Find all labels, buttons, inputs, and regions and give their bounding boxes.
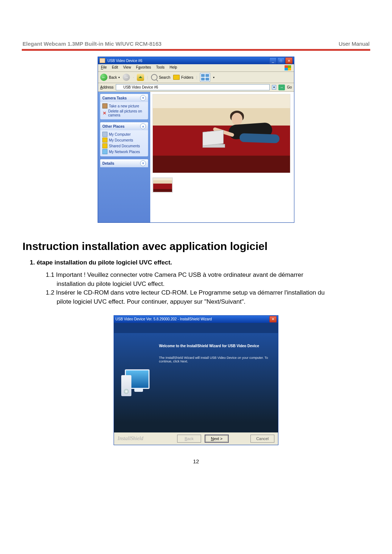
expand-icon[interactable]: ▾ <box>140 160 146 166</box>
address-field[interactable]: USB Video Device #6 <box>116 84 270 90</box>
folder-icon <box>102 138 107 143</box>
computer-icon <box>102 132 107 137</box>
shared-documents-link[interactable]: Shared Documents <box>102 143 146 148</box>
search-icon <box>151 74 158 81</box>
other-places-header: Other Places <box>102 124 124 128</box>
explorer-addressbar: Address USB Video Device #6 ▾ → Go <box>98 83 294 92</box>
page-number: 12 <box>22 458 370 464</box>
folder-icon <box>173 75 180 80</box>
collapse-icon[interactable]: ▾ <box>140 95 146 101</box>
explorer-menubar: File Edit View Favorites Tools Help <box>98 64 294 72</box>
network-icon <box>102 149 107 154</box>
camera-icon <box>99 58 105 63</box>
delete-pictures-link[interactable]: ✕Delete all pictures on camera <box>102 109 146 117</box>
step-1-1-cont: installation du pilote logiciel UVC effe… <box>57 280 369 289</box>
webcam-photo-preview[interactable] <box>152 94 290 173</box>
menu-view[interactable]: View <box>123 65 131 70</box>
explorer-window: USB Video Device #6 _ □ ✕ File Edit View… <box>98 57 294 223</box>
installer-footer: InstallShield Back Next > Cancel <box>114 432 278 445</box>
step-1-heading: 1. étape installation du pilote logiciel… <box>30 259 369 266</box>
installer-body: Welcome to the InstallShield Wizard for … <box>114 333 278 432</box>
go-label: Go <box>287 85 292 89</box>
maximize-button[interactable]: □ <box>277 57 285 64</box>
installer-message: The InstallShield Wizard will install US… <box>159 356 273 363</box>
my-computer-link[interactable]: My Computer <box>102 132 146 137</box>
header-rule <box>22 49 370 51</box>
close-button[interactable]: ✕ <box>285 57 293 64</box>
collapse-icon[interactable]: ▴ <box>140 123 146 129</box>
next-button[interactable]: Next > <box>205 435 229 443</box>
camera-icon <box>102 103 107 108</box>
address-label: Address <box>100 85 114 89</box>
menu-tools[interactable]: Tools <box>156 65 164 70</box>
product-model: RCM-8163 <box>135 41 162 47</box>
step-1-2-cont: pilote logiciel UVC effect. Pour continu… <box>57 297 369 307</box>
menu-favorites[interactable]: Favorites <box>136 65 151 70</box>
menu-file[interactable]: File <box>101 65 107 70</box>
installer-banner <box>114 323 278 333</box>
details-header: Details <box>102 161 114 165</box>
address-dropdown-icon[interactable]: ▾ <box>272 85 276 90</box>
dropdown-caret-icon[interactable]: ▾ <box>213 76 215 79</box>
folder-icon <box>102 143 107 148</box>
installer-welcome: Welcome to the InstallShield Wizard for … <box>159 344 273 348</box>
explorer-content <box>150 92 294 222</box>
page-header: Elegant Webcam 1.3MP Built-in Mic W/UVC … <box>23 41 369 47</box>
explorer-title: USB Video Device #6 <box>107 59 142 63</box>
my-documents-link[interactable]: My Documents <box>102 138 146 143</box>
computer-illustration-icon <box>121 369 150 396</box>
my-network-places-link[interactable]: My Network Places <box>102 149 146 154</box>
close-button[interactable]: ✕ <box>269 316 277 323</box>
installer-window: USB Video Device Ver. 5.8.29000.202 - In… <box>114 315 278 445</box>
menu-help[interactable]: Help <box>170 65 177 70</box>
forward-button[interactable]: → <box>123 74 130 81</box>
dropdown-caret-icon[interactable]: ▾ <box>118 76 120 79</box>
search-button[interactable]: Search <box>151 74 171 81</box>
other-places-box: Other Places▴ My Computer My Documents S… <box>100 122 148 156</box>
camera-tasks-box: Camera Tasks▾ Take a new picture ✕Delete… <box>100 94 148 119</box>
details-box: Details▾ <box>100 159 148 167</box>
menu-edit[interactable]: Edit <box>112 65 118 70</box>
camera-tasks-header: Camera Tasks <box>102 96 127 100</box>
folders-button[interactable]: Folders <box>173 75 193 80</box>
installshield-brand: InstallShield <box>118 436 143 442</box>
step-1-2: 1.2 Insérer le CD-ROM dans votre lecteur… <box>46 288 369 297</box>
up-folder-button[interactable] <box>137 74 144 81</box>
camera-icon <box>118 86 122 89</box>
step-1-1: 1.1 Important ! Veuillez connecter votre… <box>46 271 369 280</box>
back-arrow-icon: ← <box>100 74 107 81</box>
installer-titlebar: USB Video Device Ver. 5.8.29000.202 - In… <box>114 316 278 323</box>
explorer-task-pane: Camera Tasks▾ Take a new picture ✕Delete… <box>98 92 150 222</box>
take-picture-link[interactable]: Take a new picture <box>102 103 146 108</box>
views-button[interactable] <box>200 73 210 82</box>
minimize-button[interactable]: _ <box>269 57 277 64</box>
delete-icon: ✕ <box>102 111 107 115</box>
back-button[interactable]: ← Back ▾ <box>100 74 120 81</box>
installer-title: USB Video Device Ver. 5.8.29000.202 - In… <box>115 317 212 321</box>
explorer-titlebar: USB Video Device #6 _ □ ✕ <box>98 57 294 64</box>
cancel-button[interactable]: Cancel <box>250 435 274 443</box>
go-button[interactable]: → <box>278 85 285 90</box>
doc-type: User Manual <box>339 41 369 47</box>
back-button: Back <box>177 435 201 443</box>
windows-logo-icon <box>285 65 291 70</box>
section-heading: Instruction installation avec applicatio… <box>23 240 369 253</box>
photo-thumbnail[interactable] <box>152 177 173 193</box>
explorer-toolbar: ← Back ▾ → · | Search Folders | ▾ <box>98 72 294 83</box>
product-name: Elegant Webcam 1.3MP Built-in Mic W/UVC <box>23 41 134 47</box>
